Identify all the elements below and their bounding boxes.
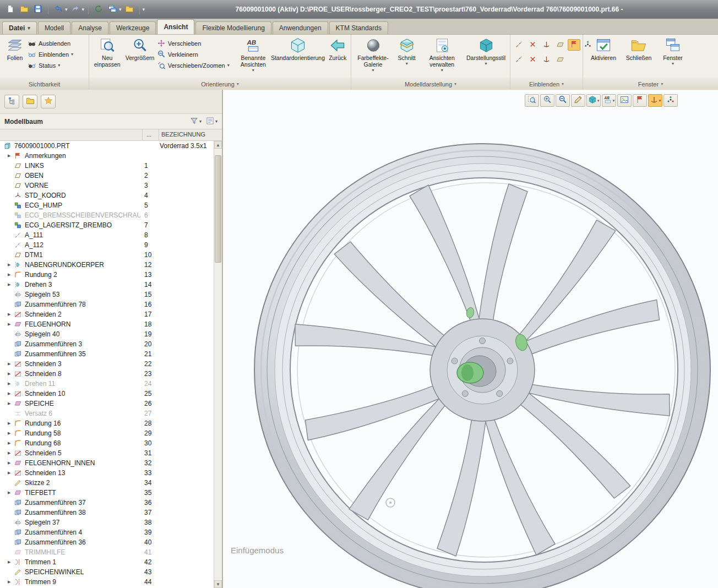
tab-anwendungen[interactable]: Anwendungen bbox=[273, 21, 328, 34]
folien-button[interactable]: Folien bbox=[2, 36, 28, 62]
tree-root-item[interactable]: 76009001000.PRT Vorderrad 3.5x1 bbox=[0, 141, 214, 151]
expand-icon[interactable]: ▶ bbox=[8, 322, 14, 326]
tree-item[interactable]: A_1129 bbox=[0, 240, 214, 250]
ribbon-group-label-orientierung[interactable]: Orientierung▾ bbox=[89, 78, 351, 90]
expand-icon[interactable]: ▶ bbox=[8, 372, 14, 376]
tree-item[interactable]: ▶Rundung 213 bbox=[0, 270, 214, 280]
toggle-plane-display[interactable] bbox=[554, 39, 567, 51]
graphics-repaint-button[interactable] bbox=[571, 94, 585, 107]
expand-icon[interactable]: ▶ bbox=[8, 263, 14, 267]
zoom-in-button[interactable]: Vergrößern bbox=[123, 36, 156, 62]
tree-item[interactable]: ▶Schneiden 823 bbox=[0, 369, 214, 379]
toggle-annotation-display[interactable] bbox=[568, 39, 580, 51]
tree-item[interactable]: Zusammenführen 439 bbox=[0, 527, 214, 537]
zoom-out-button[interactable]: Verkleinern bbox=[157, 50, 236, 58]
named-views-button[interactable]: AB Benannte Ansichten ▾ bbox=[236, 36, 270, 73]
tree-item[interactable]: ▶Trimmen 142 bbox=[0, 557, 214, 567]
favorites-tab[interactable] bbox=[41, 95, 56, 108]
expand-icon[interactable]: ▶ bbox=[8, 391, 14, 396]
tree-item[interactable]: Spiegeln 4019 bbox=[0, 329, 214, 339]
tree-item[interactable]: ▶Schneiden 322 bbox=[0, 359, 214, 369]
graphics-zoom-fit-button[interactable] bbox=[525, 94, 539, 107]
activate-window-button[interactable]: Aktivieren bbox=[585, 36, 622, 62]
tree-item[interactable]: ECG_BREMSSCHEIBENVERSCHRAU6 bbox=[0, 210, 214, 220]
close-window-button[interactable] bbox=[123, 3, 135, 15]
tree-item[interactable]: LINKS1 bbox=[0, 161, 214, 171]
tree-item[interactable]: ▶SPEICHE26 bbox=[0, 399, 214, 409]
tree-item[interactable]: Spiegeln 3738 bbox=[0, 518, 214, 527]
new-file-button[interactable] bbox=[4, 3, 17, 15]
toggle-csys-display[interactable] bbox=[540, 39, 553, 51]
expand-icon[interactable]: ▶ bbox=[8, 461, 14, 465]
tree-item[interactable]: ▶NABENGRUNDKOERPER12 bbox=[0, 260, 214, 270]
expand-icon[interactable]: ▶ bbox=[8, 154, 14, 158]
expand-icon[interactable]: ▶ bbox=[8, 401, 14, 406]
open-button[interactable] bbox=[18, 3, 30, 15]
tab-werkzeuge[interactable]: Werkzeuge bbox=[110, 21, 156, 34]
expand-icon[interactable]: ▶ bbox=[8, 491, 14, 495]
expand-icon[interactable]: ▶ bbox=[8, 451, 14, 455]
tree-item[interactable]: ▶Rundung 6830 bbox=[0, 438, 214, 448]
tab-flexible-modellierung[interactable]: Flexible Modellierung bbox=[195, 21, 271, 34]
expand-icon[interactable]: ▶ bbox=[8, 471, 14, 475]
tree-item[interactable]: Zusammenführen 3521 bbox=[0, 349, 214, 359]
tree-item[interactable]: ▶Drehen 314 bbox=[0, 280, 214, 290]
expand-icon[interactable]: ▶ bbox=[8, 382, 14, 386]
save-button[interactable] bbox=[32, 3, 44, 15]
pan-zoom-button[interactable]: Verschieben/Zoomen▾ bbox=[157, 61, 236, 69]
graphics-zoom-out-button[interactable] bbox=[556, 94, 570, 107]
tree-item[interactable]: Zusammenführen 3837 bbox=[0, 508, 214, 518]
undo-button[interactable] bbox=[52, 3, 64, 15]
tree-item[interactable]: ▶FELGENHORN_INNEN32 bbox=[0, 458, 214, 468]
graphics-area[interactable]: ▾ AB▾ ▾ bbox=[223, 90, 718, 588]
redo-dropdown[interactable]: ▾ bbox=[82, 7, 85, 12]
tab-datei[interactable]: Datei▾ bbox=[2, 21, 37, 34]
toggle-plane-tags[interactable] bbox=[554, 54, 567, 66]
tree-settings-button[interactable]: ▾ bbox=[206, 117, 217, 127]
windows-dropdown[interactable]: ▾ bbox=[119, 7, 122, 12]
scroll-thumb[interactable] bbox=[215, 155, 221, 263]
redo-button[interactable] bbox=[69, 3, 81, 15]
tree-item[interactable]: ▶Anmerkungen bbox=[0, 151, 214, 161]
graphics-annotation-display-button[interactable] bbox=[633, 94, 647, 107]
tree-item[interactable]: STD_KOORD4 bbox=[0, 190, 214, 200]
pan-button[interactable]: Verschieben bbox=[157, 39, 236, 47]
windows-button[interactable] bbox=[106, 3, 118, 15]
tree-item[interactable]: ▶FELGENHORN18 bbox=[0, 319, 214, 329]
tree-item[interactable]: ▶TIEFBETT35 bbox=[0, 488, 214, 498]
tree-item[interactable]: DTM110 bbox=[0, 250, 214, 260]
scroll-up-button[interactable]: ▲ bbox=[214, 141, 222, 149]
display-style-button[interactable]: Darstellungsstil ▾ bbox=[463, 36, 509, 67]
graphics-spin-center-button[interactable] bbox=[663, 94, 678, 107]
tree-item[interactable]: ▶Drehen 1124 bbox=[0, 379, 214, 389]
graphics-zoom-in-button[interactable] bbox=[540, 94, 554, 107]
scroll-down-button[interactable]: ▼ bbox=[214, 580, 222, 588]
ribbon-group-label-fenster[interactable]: Fenster▾ bbox=[583, 78, 718, 90]
section-button[interactable]: Schnitt ▾ bbox=[393, 36, 421, 67]
tree-item[interactable]: ▶Schneiden 1025 bbox=[0, 389, 214, 399]
tree-item[interactable]: ECG_HUMP5 bbox=[0, 200, 214, 210]
tree-item[interactable]: Zusammenführen 320 bbox=[0, 339, 214, 349]
wheel-model[interactable] bbox=[223, 90, 718, 588]
tree-item[interactable]: Zusammenführen 7816 bbox=[0, 300, 214, 309]
tree-item[interactable]: VORNE3 bbox=[0, 181, 214, 190]
appearance-gallery-button[interactable]: Farbeffekte-Galerie ▾ bbox=[353, 36, 393, 73]
close-window-button[interactable]: Schließen bbox=[622, 36, 656, 62]
column-header-dots[interactable]: ... bbox=[146, 131, 151, 138]
ribbon-group-label-einblenden[interactable]: Einblenden▾ bbox=[510, 78, 583, 90]
tree-item[interactable]: Spiegeln 5315 bbox=[0, 290, 214, 300]
tab-ansicht[interactable]: Ansicht bbox=[157, 19, 194, 34]
scroll-track[interactable] bbox=[214, 149, 222, 580]
tree-item[interactable]: ▶Rundung 5829 bbox=[0, 428, 214, 438]
tree-item[interactable]: ▶Schneiden 1333 bbox=[0, 468, 214, 478]
status-button[interactable]: Status▾ bbox=[28, 61, 87, 69]
ribbon-group-label-modelldarstellung[interactable]: Modelldarstellung▾ bbox=[351, 78, 510, 90]
zoom-fit-button[interactable]: Neu einpassen bbox=[91, 36, 123, 68]
tree-item[interactable]: ▶Schneiden 531 bbox=[0, 448, 214, 458]
tab-analyse[interactable]: Analyse bbox=[72, 21, 108, 34]
expand-icon[interactable]: ▶ bbox=[8, 431, 14, 435]
model-tree-tab[interactable] bbox=[4, 95, 19, 108]
tree-item[interactable]: ECG_LAGERSITZ_BREMBO7 bbox=[0, 220, 214, 230]
tree-item[interactable]: TRIMMHILFE41 bbox=[0, 547, 214, 557]
toggle-axis-display[interactable] bbox=[513, 39, 525, 51]
